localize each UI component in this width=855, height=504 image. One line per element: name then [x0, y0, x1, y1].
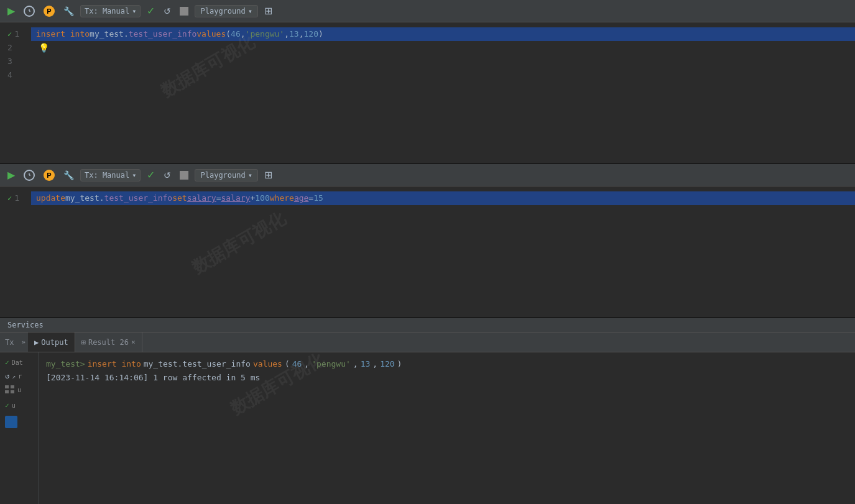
tx-dropdown-1[interactable]: Tx: Manual ▾: [80, 5, 141, 17]
p-button-1[interactable]: P: [41, 4, 57, 18]
line-num-row-2: 2: [7, 41, 26, 55]
line-num-3: 3: [7, 55, 17, 68]
sidebar-row-blue: [2, 413, 35, 431]
commit-button-1[interactable]: ✓: [144, 4, 157, 18]
col-salary-set: salary: [187, 191, 216, 205]
line-num-row-1: ✓ 1: [7, 27, 26, 41]
sidebar-label-u: u: [17, 387, 21, 393]
schema-ref: my_test.: [90, 27, 129, 41]
chevron-down-icon-pg2: ▾: [248, 171, 252, 180]
op-eq: =: [216, 191, 221, 205]
p-icon-2: P: [44, 170, 55, 181]
console-prompt: my_test>: [46, 357, 85, 371]
stop-button-2[interactable]: [177, 170, 191, 181]
result-tab-close[interactable]: ×: [131, 338, 136, 346]
sidebar-check-icon: ✓: [5, 359, 9, 367]
schema-ref-2: my_test.: [65, 191, 104, 205]
p-button-2[interactable]: P: [41, 168, 57, 182]
sidebar-row-3: u: [2, 384, 35, 395]
tx-tab-label: Tx: [5, 338, 14, 347]
result-tab-icon: ⊞: [81, 338, 86, 347]
console-val-str: 'pengwu': [312, 357, 351, 371]
console-comma2: ,: [353, 357, 358, 371]
chevron-down-icon-pg1: ▾: [248, 7, 252, 16]
chevron-down-icon-1: ▾: [132, 7, 136, 16]
commit-button-2[interactable]: ✓: [144, 168, 157, 182]
tab-output[interactable]: ▶ Output: [28, 332, 75, 352]
sidebar-label-u2: u: [12, 402, 16, 409]
kw-set: set: [172, 191, 187, 205]
settings-button-1[interactable]: 🔧: [61, 5, 76, 17]
sidebar-arrow-icon: ↗: [12, 373, 16, 380]
output-tab-label: Output: [41, 338, 68, 347]
line-num-row-3: 3: [7, 55, 26, 68]
console-comma1: ,: [304, 357, 309, 371]
run-button-2[interactable]: ▶: [5, 168, 17, 182]
table-button-1[interactable]: ⊞: [262, 4, 275, 18]
paren-open: (: [226, 27, 231, 41]
op-eq-2: =: [308, 191, 313, 205]
console-sidebar: ✓ Dat ↺ ↗ r u ✓ u: [0, 352, 39, 504]
line-status-ok: ✓: [7, 27, 12, 41]
comma-3: ,: [299, 27, 304, 41]
kw-update: update: [36, 191, 65, 205]
history-button-1[interactable]: [21, 4, 37, 18]
sidebar-undo-icon: ↺: [5, 372, 9, 380]
toolbar-1: ▶ P 🔧 Tx: Manual ▾ ✓ ↺ Playground ▾ ⊞: [0, 0, 855, 22]
sidebar-row-2: ↺ ↗ r: [2, 370, 35, 382]
sidebar-label-r: r: [18, 373, 22, 380]
tx-dropdown-2[interactable]: Tx: Manual ▾: [80, 169, 141, 181]
wrench-icon-2: 🔧: [63, 170, 74, 180]
code-area-1[interactable]: 数据库可视化 insert into my_test.test_user_inf…: [31, 22, 855, 163]
console-paren1: (: [285, 357, 290, 371]
settings-button-2[interactable]: 🔧: [61, 169, 76, 181]
col-salary-val: salary: [221, 191, 250, 205]
result-tab-label: Result 26: [88, 338, 129, 347]
clock-icon-2: [24, 170, 35, 181]
stop-button-1[interactable]: [177, 6, 191, 17]
table-button-2[interactable]: ⊞: [262, 168, 275, 182]
rollback-button-1[interactable]: ↺: [161, 5, 173, 17]
tab-tx: Tx: [0, 332, 19, 352]
watermark-2: 数据库可视化: [190, 211, 287, 275]
line-num-row-2-1: ✓ 1: [7, 191, 26, 205]
val-100: 100: [255, 191, 269, 205]
console-output: 数据库可视化 my_test> insert into my_test.test…: [39, 352, 855, 504]
playground-dropdown-2[interactable]: Playground ▾: [195, 169, 257, 181]
rollback-button-2[interactable]: ↺: [161, 169, 173, 181]
run-button-1[interactable]: ▶: [5, 4, 17, 18]
chevron-down-icon-2: ▾: [132, 171, 136, 180]
col-age: age: [294, 191, 308, 205]
line-num-row-4: 4: [7, 68, 26, 82]
editor-panel-1: ✓ 1 2 3 4 数据库可视化 insert into my_test.tes…: [0, 22, 855, 164]
sidebar-check-icon-2: ✓: [5, 401, 9, 410]
playground-dropdown-1[interactable]: Playground ▾: [195, 5, 257, 17]
console-val-120: 120: [380, 357, 394, 371]
sidebar-blue-block: [5, 416, 17, 428]
tab-result[interactable]: ⊞ Result 26 ×: [75, 332, 142, 352]
code-line-1-1: insert into my_test.test_user_info value…: [31, 27, 855, 41]
editor-panel-2: ✓ 1 数据库可视化 update my_test.test_user_info…: [0, 186, 855, 318]
history-button-2[interactable]: [21, 168, 37, 182]
sidebar-grid-icon: [5, 385, 15, 394]
sidebar-row-1: ✓ Dat: [2, 357, 35, 368]
p-icon: P: [44, 6, 55, 17]
line-num-4: 4: [7, 68, 17, 82]
line-num-2: 2: [7, 41, 17, 55]
console-area: ✓ Dat ↺ ↗ r u ✓ u: [0, 352, 855, 504]
sidebar-row-check2: ✓ u: [2, 400, 35, 411]
code-area-2[interactable]: 数据库可视化 update my_test.test_user_info set…: [31, 186, 855, 317]
stop-icon-2: [180, 171, 188, 180]
console-comma3: ,: [372, 357, 377, 371]
comma-2: ,: [284, 27, 289, 41]
val-str: 'pengwu': [246, 27, 285, 41]
bottom-panel: Services Tx » ▶ Output ⊞ Result 26 × ✓ D…: [0, 318, 855, 504]
tx-label-2: Tx: Manual: [85, 171, 129, 180]
comma-1: ,: [241, 27, 246, 41]
val-15: 15: [313, 191, 323, 205]
console-paren2: ): [397, 357, 402, 371]
line-status-ok-2: ✓: [7, 191, 12, 205]
code-line-2-1: update my_test.test_user_info set salary…: [31, 191, 855, 205]
op-plus: +: [250, 191, 255, 205]
output-tab-icon: ▶: [34, 338, 39, 347]
